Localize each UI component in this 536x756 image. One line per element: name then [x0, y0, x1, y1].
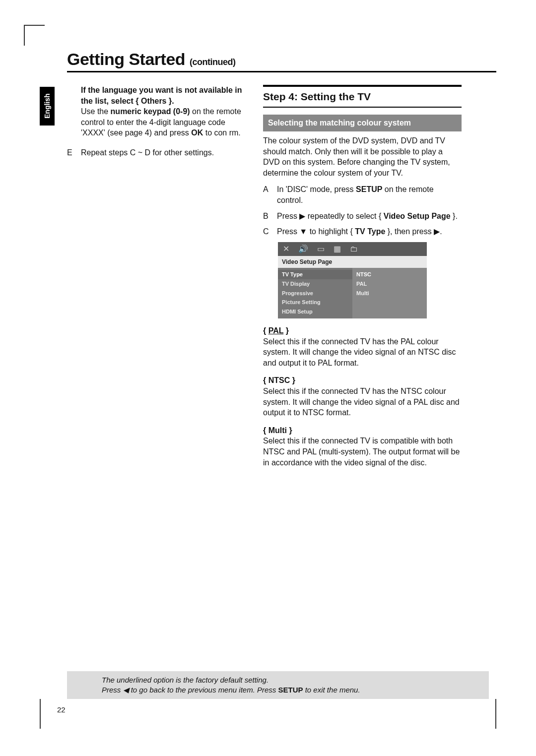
crop-mark	[495, 699, 496, 729]
osd-value: Multi	[352, 289, 427, 298]
arrow-right-icon	[434, 227, 440, 236]
step-a: A In 'DISC' mode, press SETUP on the rem…	[263, 184, 462, 205]
grid-icon: ▦	[334, 244, 341, 254]
text: Press	[102, 686, 123, 694]
osd-menu: TV Type TV Display Progressive Picture S…	[278, 268, 352, 318]
ok-label: OK	[191, 128, 203, 137]
language-hint: If the language you want is not availabl…	[81, 85, 246, 138]
arrow-left-icon	[123, 686, 129, 694]
osd-menu-item: Picture Setting	[278, 298, 352, 307]
title-main: Getting Started	[67, 50, 185, 68]
text: .	[440, 227, 442, 236]
step-marker: E	[67, 147, 76, 158]
crop-mark	[24, 25, 45, 46]
osd-menu-item: HDMI Setup	[278, 307, 352, 316]
page-title-area: Getting Started (continued)	[67, 50, 496, 72]
text: In 'DISC' mode, press	[277, 185, 356, 193]
setup-label: SETUP	[278, 686, 303, 694]
osd-body: TV Type TV Display Progressive Picture S…	[278, 268, 427, 318]
option-ntsc-body: Select this if the connected TV has the …	[263, 386, 462, 418]
crop-mark	[40, 699, 41, 729]
section-subheading: Selecting the matching colour system	[263, 115, 462, 131]
text: to highlight {	[307, 227, 355, 236]
language-tab: English	[40, 87, 55, 126]
step-heading: Step 4: Setting the TV	[263, 90, 462, 104]
osd-screenshot: ✕ 🔊 ▭ ▦ 🗀 Video Setup Page TV Type TV Di…	[278, 242, 427, 318]
page-number: 22	[57, 705, 66, 714]
option-pal-head: { PAL }	[263, 325, 462, 336]
ntsc-label: NTSC	[268, 376, 290, 384]
step-rule	[263, 85, 462, 87]
text: Press	[277, 227, 299, 236]
osd-value: PAL	[352, 279, 427, 289]
arrow-down-icon	[299, 227, 307, 236]
setup-label: SETUP	[356, 185, 382, 193]
text: repeatedly to select {	[305, 212, 383, 220]
arrow-right-icon	[299, 212, 305, 220]
text: Press	[277, 212, 299, 220]
speaker-icon: 🔊	[298, 244, 308, 254]
osd-menu-item: Progressive	[278, 289, 352, 298]
manual-page: English Getting Started (continued) If t…	[0, 0, 536, 756]
option-multi-body: Select this if the connected TV is compa…	[263, 436, 462, 468]
osd-menu-item: TV Display	[278, 279, 352, 289]
text: to go back to the previous menu item. Pr…	[129, 686, 278, 694]
tips-line2: Press to go back to the previous menu it…	[102, 686, 360, 694]
multi-label: Multi	[268, 426, 287, 435]
tips-line1: The underlined option is the factory def…	[102, 676, 268, 684]
step-c-text: Press to highlight { TV Type }, then pre…	[277, 226, 442, 237]
osd-value: NTSC	[352, 270, 427, 279]
tips-box: The underlined option is the factory def…	[67, 671, 489, 699]
option-multi-head: { Multi }	[263, 425, 462, 436]
text: }, then press	[385, 227, 434, 236]
pal-label: PAL	[268, 326, 284, 335]
repeat-text: Repeat steps C ~ D for other settings.	[81, 147, 214, 158]
tv-type-label: TV Type	[355, 227, 385, 236]
left-column: If the language you want is not availabl…	[67, 85, 246, 468]
title-rule	[67, 71, 496, 72]
osd-title: Video Setup Page	[278, 256, 427, 268]
hint-text-a: Use the	[81, 107, 111, 116]
step-marker: B	[263, 211, 272, 222]
numeric-keypad-label: numeric keypad (0-9)	[111, 107, 190, 116]
step-marker: A	[263, 184, 272, 205]
step-marker: C	[263, 226, 272, 237]
right-column: Step 4: Setting the TV Selecting the mat…	[263, 85, 462, 468]
page-title: Getting Started (continued)	[67, 50, 496, 69]
osd-menu-item: TV Type	[278, 270, 352, 279]
display-icon: ▭	[317, 244, 325, 254]
step-rule	[263, 107, 462, 108]
osd-values: NTSC PAL Multi	[352, 268, 427, 318]
hint-text-c: to con rm.	[203, 128, 241, 137]
tools-icon: ✕	[283, 244, 289, 254]
osd-icon-bar: ✕ 🔊 ▭ ▦ 🗀	[278, 242, 427, 256]
repeat-step: E Repeat steps C ~ D for other settings.	[67, 147, 246, 158]
step-b: B Press repeatedly to select { Video Set…	[263, 211, 462, 222]
option-ntsc-head: { NTSC }	[263, 375, 462, 386]
text: to exit the menu.	[303, 686, 360, 694]
video-setup-page-label: Video Setup Page	[384, 212, 451, 220]
title-continued: (continued)	[190, 57, 235, 67]
step-b-text: Press repeatedly to select { Video Setup…	[277, 211, 458, 222]
content-columns: If the language you want is not availabl…	[67, 85, 496, 468]
step-a-text: In 'DISC' mode, press SETUP on the remot…	[277, 184, 462, 205]
folder-icon: 🗀	[350, 244, 358, 254]
section-intro: The colour system of the DVD system, DVD…	[263, 135, 462, 178]
option-pal-body: Select this if the connected TV has the …	[263, 336, 462, 369]
step-c: C Press to highlight { TV Type }, then p…	[263, 226, 462, 237]
hint-bold: If the language you want is not availabl…	[81, 86, 242, 105]
text: }.	[451, 212, 458, 220]
